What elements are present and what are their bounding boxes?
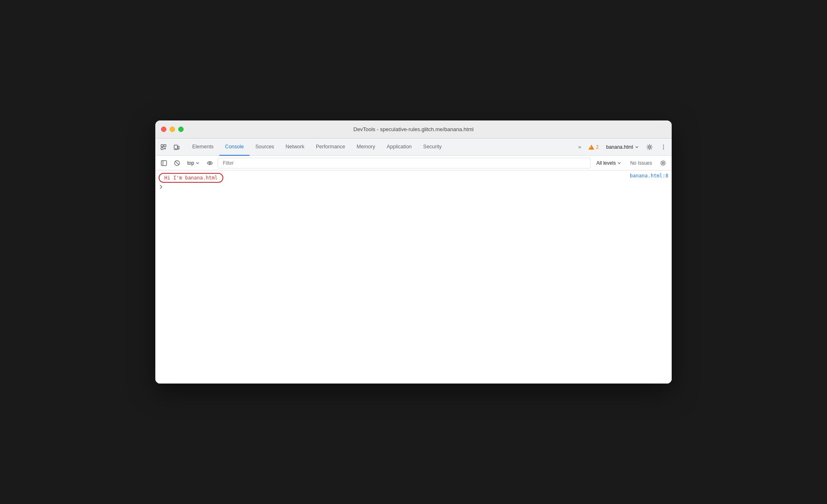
tab-performance[interactable]: Performance xyxy=(310,138,351,156)
tab-bar-right: » 2 banana.html xyxy=(576,141,669,153)
title-bar: DevTools - speculative-rules.glitch.me/b… xyxy=(155,120,672,138)
levels-dropdown-icon xyxy=(617,161,621,165)
dropdown-chevron-icon xyxy=(635,145,639,149)
svg-point-10 xyxy=(663,146,664,147)
svg-rect-12 xyxy=(161,161,167,166)
filter-input[interactable] xyxy=(220,158,589,168)
chevron-right-icon xyxy=(159,184,164,189)
tab-bar: Elements Console Sources Network Perform… xyxy=(155,138,672,156)
console-log-text: Hi I'm banana.html xyxy=(159,173,223,183)
tab-network[interactable]: Network xyxy=(280,138,310,156)
tab-security[interactable]: Security xyxy=(418,138,448,156)
console-content: Hi I'm banana.html banana.html:8 xyxy=(155,170,672,384)
tab-memory[interactable]: Memory xyxy=(351,138,381,156)
file-selector-button[interactable]: banana.html xyxy=(604,143,641,151)
console-expand-button[interactable] xyxy=(159,184,164,191)
svg-line-15 xyxy=(175,161,179,165)
context-selector-button[interactable]: top xyxy=(185,159,202,167)
svg-point-11 xyxy=(663,148,664,149)
traffic-lights xyxy=(161,127,184,132)
context-dropdown-icon xyxy=(195,161,200,165)
console-sidebar-button[interactable] xyxy=(159,158,169,168)
more-tabs-button[interactable]: » xyxy=(576,142,584,152)
show-context-button[interactable] xyxy=(204,158,215,168)
svg-point-17 xyxy=(209,162,211,164)
tab-elements[interactable]: Elements xyxy=(186,138,219,156)
close-button[interactable] xyxy=(161,127,166,132)
inspect-element-button[interactable] xyxy=(158,141,169,153)
kebab-menu-button[interactable] xyxy=(658,141,669,153)
tab-application[interactable]: Application xyxy=(381,138,417,156)
tab-console[interactable]: Console xyxy=(219,138,250,156)
warning-icon xyxy=(588,145,594,150)
console-gear-icon xyxy=(660,160,666,166)
minimize-button[interactable] xyxy=(170,127,175,132)
svg-point-9 xyxy=(663,145,664,145)
maximize-button[interactable] xyxy=(178,127,184,132)
window-title: DevTools - speculative-rules.glitch.me/b… xyxy=(353,126,473,132)
devtools-window: DevTools - speculative-rules.glitch.me/b… xyxy=(155,120,672,384)
kebab-icon xyxy=(660,144,667,150)
console-settings-button[interactable] xyxy=(658,158,668,168)
no-issues-button[interactable]: No Issues xyxy=(627,159,655,167)
tab-sources[interactable]: Sources xyxy=(250,138,280,156)
console-toolbar: top All levels xyxy=(155,156,672,170)
console-message: Hi I'm banana.html xyxy=(159,173,630,183)
svg-point-8 xyxy=(649,146,651,148)
devtools-container: Elements Console Sources Network Perform… xyxy=(155,138,672,384)
svg-point-18 xyxy=(662,162,664,164)
console-log-row: Hi I'm banana.html banana.html:8 xyxy=(155,172,672,184)
svg-rect-2 xyxy=(161,148,163,150)
svg-rect-1 xyxy=(164,145,166,147)
svg-rect-0 xyxy=(161,145,163,147)
eye-icon xyxy=(207,160,213,166)
warning-badge[interactable]: 2 xyxy=(586,143,601,151)
sidebar-icon xyxy=(161,160,167,166)
svg-rect-6 xyxy=(178,146,179,149)
device-toolbar-button[interactable] xyxy=(171,141,182,153)
settings-button[interactable] xyxy=(644,141,655,153)
tab-bar-left-icons xyxy=(158,141,182,153)
console-expand-row xyxy=(155,184,672,191)
gear-icon xyxy=(646,144,653,150)
log-levels-button[interactable]: All levels xyxy=(593,159,624,167)
clear-console-button[interactable] xyxy=(172,158,182,168)
console-source-link[interactable]: banana.html:8 xyxy=(630,173,668,179)
filter-wrapper xyxy=(218,158,591,168)
clear-icon xyxy=(174,160,180,166)
